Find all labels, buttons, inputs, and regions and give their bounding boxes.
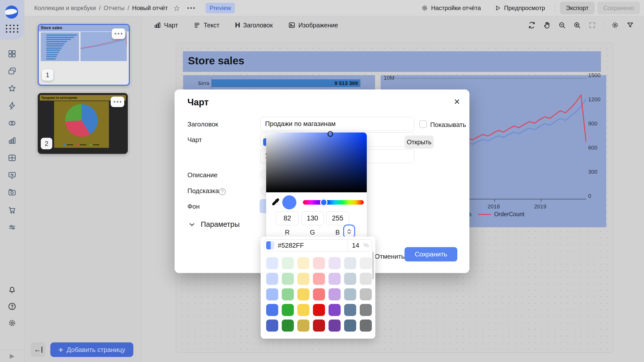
add-page-button[interactable]: + Добавить страницу bbox=[50, 342, 133, 357]
color-swatch[interactable] bbox=[282, 257, 294, 269]
sidebar-item-datasets[interactable] bbox=[8, 119, 17, 128]
color-swatch[interactable] bbox=[266, 320, 278, 332]
preview-button[interactable]: Предпросмотр bbox=[489, 0, 551, 16]
red-input[interactable]: 82 bbox=[276, 211, 299, 225]
color-swatch[interactable] bbox=[313, 257, 325, 269]
color-swatch[interactable] bbox=[329, 304, 341, 316]
color-swatch[interactable] bbox=[344, 257, 356, 269]
color-swatch[interactable] bbox=[313, 304, 325, 316]
collapse-panel-button[interactable]: ← bbox=[31, 342, 45, 357]
color-swatch[interactable] bbox=[360, 273, 372, 285]
color-swatch[interactable] bbox=[297, 320, 309, 332]
save-button[interactable]: Сохранить bbox=[405, 247, 457, 261]
hue-slider[interactable] bbox=[303, 200, 364, 205]
insert-heading-button[interactable]: H Заголовок bbox=[235, 21, 273, 29]
datalens-logo[interactable] bbox=[5, 6, 18, 19]
params-section-header[interactable]: Параметры bbox=[189, 220, 240, 229]
color-swatch[interactable] bbox=[344, 288, 356, 300]
gear-icon[interactable] bbox=[611, 21, 619, 29]
help-circle-icon[interactable]: ? bbox=[219, 188, 226, 195]
sidebar-item-connections[interactable] bbox=[8, 101, 17, 110]
hand-icon[interactable] bbox=[543, 21, 551, 29]
color-swatch[interactable] bbox=[297, 257, 309, 269]
right-axis-tick: 900 bbox=[588, 120, 597, 127]
zoom-in-icon[interactable] bbox=[573, 21, 581, 29]
color-swatch[interactable] bbox=[313, 320, 325, 332]
eyedropper-icon[interactable] bbox=[271, 197, 280, 206]
color-swatch[interactable] bbox=[329, 320, 341, 332]
sidebar-item-monitoring[interactable] bbox=[8, 171, 17, 180]
color-swatch[interactable] bbox=[266, 288, 278, 300]
popover-scrollbar[interactable] bbox=[372, 252, 374, 279]
page-thumbnail-2[interactable]: Продажи по категориям 2 bbox=[38, 93, 128, 154]
sidebar-item-favorites[interactable] bbox=[8, 84, 17, 93]
sidebar-item-tables[interactable] bbox=[8, 153, 17, 162]
alpha-field[interactable]: 14 % bbox=[348, 240, 372, 251]
color-mode-stepper[interactable] bbox=[344, 225, 354, 238]
more-menu-icon[interactable]: ••• bbox=[187, 5, 196, 11]
color-swatch[interactable] bbox=[282, 304, 294, 316]
report-settings-button[interactable]: Настройки отчёта bbox=[416, 0, 487, 16]
sidebar-item-collections[interactable] bbox=[8, 67, 17, 76]
apps-grid-icon[interactable] bbox=[6, 25, 19, 33]
blue-input[interactable]: 255 bbox=[326, 211, 349, 225]
cancel-button[interactable]: Отменить bbox=[371, 249, 409, 263]
saturation-pointer[interactable] bbox=[328, 131, 333, 137]
color-picker-popover: 82 130 255 R G B bbox=[266, 132, 367, 238]
color-swatch[interactable] bbox=[266, 304, 278, 316]
color-swatch[interactable] bbox=[297, 273, 309, 285]
favorite-star-icon[interactable]: ☆ bbox=[173, 4, 180, 13]
green-input[interactable]: 130 bbox=[301, 211, 324, 225]
sidebar-item-media[interactable] bbox=[8, 188, 17, 197]
sidebar-expand-button[interactable]: ▶ bbox=[0, 349, 24, 362]
open-button[interactable]: Открыть bbox=[405, 135, 434, 149]
color-swatch[interactable] bbox=[329, 288, 341, 300]
color-swatch[interactable] bbox=[360, 257, 372, 269]
color-swatch[interactable] bbox=[282, 273, 294, 285]
filter-icon[interactable] bbox=[626, 21, 634, 29]
color-swatch[interactable] bbox=[282, 320, 294, 332]
sidebar-item-dashboards[interactable] bbox=[8, 49, 17, 58]
color-swatch[interactable] bbox=[313, 288, 325, 300]
color-swatch[interactable] bbox=[360, 320, 372, 332]
export-button[interactable]: Экспорт bbox=[560, 2, 595, 14]
title-widget[interactable]: Store sales bbox=[183, 51, 601, 72]
color-swatch[interactable] bbox=[297, 288, 309, 300]
page-thumbnail-1[interactable]: Store sales 1 bbox=[38, 24, 130, 86]
color-swatch[interactable] bbox=[313, 273, 325, 285]
breadcrumb-collections[interactable]: Коллекции и воркбуки bbox=[34, 5, 96, 12]
refresh-icon[interactable] bbox=[528, 21, 536, 29]
breadcrumb-reports[interactable]: Отчеты bbox=[104, 5, 125, 12]
color-swatch[interactable] bbox=[266, 273, 278, 285]
insert-text-button[interactable]: Текст bbox=[193, 22, 219, 29]
color-swatch[interactable] bbox=[297, 304, 309, 316]
color-swatch[interactable] bbox=[266, 257, 278, 269]
color-swatch[interactable] bbox=[282, 288, 294, 300]
hex-color-field[interactable]: #5282FF 14 % bbox=[264, 239, 372, 251]
notifications-button[interactable] bbox=[8, 286, 16, 294]
saturation-field[interactable] bbox=[266, 132, 367, 192]
insert-chart-button[interactable]: Чарт bbox=[154, 22, 178, 29]
thumb2-menu-button[interactable] bbox=[111, 97, 124, 107]
color-swatch[interactable] bbox=[329, 257, 341, 269]
color-swatch[interactable] bbox=[344, 320, 356, 332]
color-swatch[interactable] bbox=[344, 273, 356, 285]
fullscreen-icon[interactable] bbox=[588, 21, 596, 29]
hue-slider-thumb[interactable] bbox=[320, 199, 328, 206]
color-swatch[interactable] bbox=[360, 304, 372, 316]
text-lines-icon bbox=[193, 22, 200, 29]
thumb1-menu-button[interactable] bbox=[112, 28, 125, 39]
close-icon[interactable]: × bbox=[454, 97, 460, 107]
zoom-out-icon[interactable] bbox=[558, 21, 566, 29]
show-title-checkbox[interactable] bbox=[419, 120, 427, 128]
header-input[interactable]: Продажи по магазинам bbox=[260, 117, 414, 131]
color-swatch[interactable] bbox=[344, 304, 356, 316]
help-button[interactable] bbox=[8, 302, 16, 311]
sidebar-item-charts[interactable] bbox=[8, 136, 17, 145]
sidebar-item-services[interactable] bbox=[8, 223, 17, 232]
insert-image-button[interactable]: Изображение bbox=[288, 22, 338, 29]
color-swatch[interactable] bbox=[360, 288, 372, 300]
color-swatch[interactable] bbox=[329, 273, 341, 285]
sidebar-item-marketplace[interactable] bbox=[8, 205, 17, 214]
settings-button[interactable] bbox=[8, 319, 16, 327]
